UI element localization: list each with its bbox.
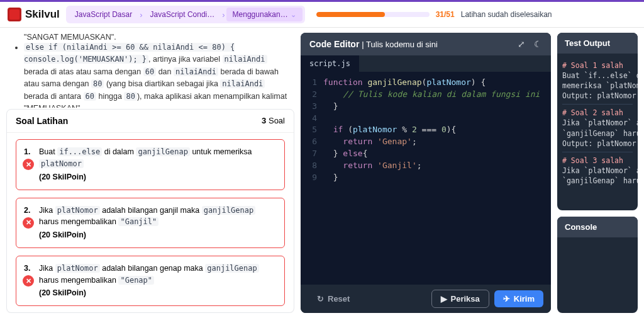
test-block: # Soal 3 salah Jika `platNomor` adalah `… <box>562 152 633 189</box>
soal-count: 3 Soal <box>262 116 285 126</box>
x-icon: ✕ <box>23 217 34 229</box>
periksa-button[interactable]: ▶ Periksa <box>431 290 489 308</box>
soal-item: 2. ✕ Jika platNomor adalah bilangan ganj… <box>16 198 285 248</box>
breadcrumb: JavaScript Dasar › JavaScript Condi… › M… <box>66 6 305 23</box>
kirim-button[interactable]: ✈ Kirim <box>494 290 543 307</box>
file-tab[interactable]: script.js <box>301 55 359 72</box>
lesson-pane: "SANGAT MEMUASKAN". else if (nilaiAndi >… <box>6 33 294 313</box>
soal-card: Soal Latihan 3 Soal 1. ✕ Buat if...else … <box>6 109 294 313</box>
editor-tools: ⤢ ☾ <box>518 39 542 49</box>
soal-num: 1. <box>24 146 30 158</box>
x-icon: ✕ <box>23 275 34 287</box>
editor-footer: ↻ Reset ▶ Periksa ✈ Kirim <box>301 285 551 313</box>
poin: (20 SkilPoin) <box>39 287 277 299</box>
tab-row: script.js <box>301 55 551 72</box>
editor-pane: Code Editor | Tulis kodemu di sini ⤢ ☾ s… <box>301 33 551 313</box>
poin: (20 SkilPoin) <box>39 171 277 183</box>
crumb-1[interactable]: JavaScript Dasar <box>69 8 138 21</box>
main-area: "SANGAT MEMUASKAN". else if (nilaiAndi >… <box>0 28 644 318</box>
crumb-2[interactable]: JavaScript Condi… <box>144 8 221 21</box>
crumb-3[interactable]: Menggunakan… ⌄ <box>226 8 303 21</box>
brand-name: Skilvul <box>25 8 60 21</box>
right-pane: Test Output # Soal 1 salah Buat `if...el… <box>557 33 638 313</box>
chevron-right-icon: › <box>221 10 226 20</box>
soal-list: 1. ✕ Buat if...else di dalam ganjilGenap… <box>7 133 294 312</box>
progress: 31/51 Latihan sudah diselesaikan <box>316 10 636 19</box>
progress-bar <box>316 12 430 17</box>
chevron-down-icon: ⌄ <box>291 11 296 19</box>
soal-item: 3. ✕ Jika platNomor adalah bilangan gena… <box>16 256 285 306</box>
lesson-content: "SANGAT MEMUASKAN". else if (nilaiAndi >… <box>6 33 294 108</box>
moon-icon[interactable]: ☾ <box>534 39 542 49</box>
console-body <box>557 237 638 313</box>
soal-title: Soal Latihan <box>16 116 68 126</box>
console-card: Console <box>557 217 638 313</box>
logo[interactable]: Skilvul <box>8 8 60 21</box>
reset-button[interactable]: ↻ Reset <box>308 290 358 307</box>
lesson-bullet: else if (nilaiAndi >= 60 && nilaiAndi <=… <box>24 42 288 108</box>
code-area[interactable]: 1function ganjilGenap(platNomor) { 2 // … <box>301 72 551 285</box>
header: Skilvul JavaScript Dasar › JavaScript Co… <box>0 2 644 28</box>
editor-title: Code Editor <box>309 39 359 49</box>
progress-label: Latihan sudah diselesaikan <box>461 10 552 19</box>
soal-item: 1. ✕ Buat if...else di dalam ganjilGenap… <box>16 139 285 190</box>
editor-header: Code Editor | Tulis kodemu di sini ⤢ ☾ <box>301 33 551 55</box>
console-title: Console <box>557 217 638 237</box>
test-block: # Soal 1 salah Buat `if...else` di dalam… <box>562 57 633 105</box>
test-output-card: Test Output # Soal 1 salah Buat `if...el… <box>557 33 638 210</box>
reset-icon: ↻ <box>317 294 324 304</box>
play-icon: ▶ <box>441 294 447 304</box>
soal-num: 2. <box>24 205 30 217</box>
soal-num: 3. <box>24 263 30 275</box>
x-icon: ✕ <box>23 159 34 170</box>
send-icon: ✈ <box>503 294 510 304</box>
expand-icon[interactable]: ⤢ <box>518 39 525 49</box>
test-block: # Soal 2 salah Jika `platNomor` adalah `… <box>562 105 633 152</box>
logo-icon <box>8 8 21 21</box>
editor-subtitle: | Tulis kodemu di sini <box>362 40 437 49</box>
poin: (20 SkilPoin) <box>39 229 277 241</box>
progress-fill <box>316 12 386 17</box>
crumb-3-label: Menggunakan… <box>233 10 288 19</box>
chevron-right-icon: › <box>138 10 143 20</box>
progress-count: 31/51 <box>436 10 455 19</box>
soal-header: Soal Latihan 3 Soal <box>7 110 294 133</box>
test-output-body: # Soal 1 salah Buat `if...else` di dalam… <box>557 54 638 193</box>
test-output-title: Test Output <box>557 33 638 54</box>
